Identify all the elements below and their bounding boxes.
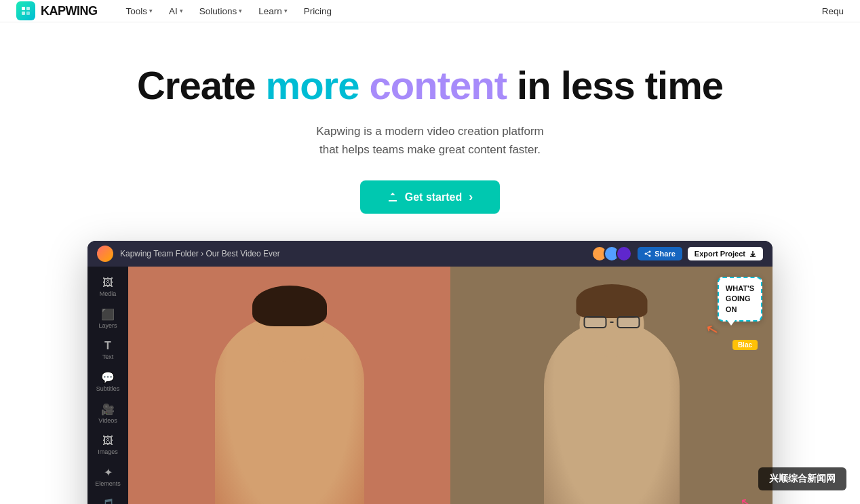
hero-subtitle-line1: Kapwing is a modern video creation platf…: [316, 125, 543, 138]
logo-icon: [16, 1, 35, 20]
logo-text: KAPWING: [41, 4, 98, 18]
layers-icon: ⬛: [101, 308, 115, 321]
export-button[interactable]: Export Project: [688, 247, 763, 260]
share-button[interactable]: Share: [638, 247, 682, 260]
hero-space: [359, 63, 369, 107]
svg-rect-2: [22, 12, 25, 15]
speech-text: WHAT'SGOINGON: [726, 284, 754, 313]
nav-item-tools[interactable]: Tools ▾: [119, 3, 160, 19]
svg-line-8: [646, 254, 650, 256]
svg-rect-3: [26, 12, 30, 15]
sidebar-tool-text[interactable]: T Text: [90, 335, 125, 365]
editor-topbar-left: Kapwing Team Folder › Our Best Video Eve…: [97, 246, 280, 262]
cursor-pointer: ↖: [704, 319, 720, 340]
hero-subtitle-line2: that helps teams make great content fast…: [319, 143, 541, 156]
upload-icon: [387, 192, 398, 203]
hero-title-in: in less time: [507, 63, 723, 107]
subtitles-icon: 💬: [101, 371, 115, 384]
editor-sidebar: 🖼 Media ⬛ Layers T Text 💬 Subtitles: [87, 267, 128, 504]
images-icon: 🖼: [102, 435, 113, 447]
cta-label: Get started: [405, 191, 462, 203]
editor-topbar-right: Share Export Project: [591, 246, 763, 262]
nav-right: Requ: [822, 6, 844, 16]
sidebar-tool-videos[interactable]: 🎥 Videos: [90, 398, 125, 429]
video-left: Jack: [128, 267, 450, 504]
sidebar-media-label: Media: [100, 290, 117, 297]
svg-line-7: [646, 252, 650, 254]
sidebar-tool-elements[interactable]: ✦ Elements: [90, 461, 125, 492]
sidebar-images-label: Images: [98, 448, 118, 455]
elements-icon: ✦: [104, 466, 113, 479]
chevron-down-icon: ▾: [284, 7, 288, 14]
nav-items: Tools ▾ AI ▾ Solutions ▾ Learn ▾ Pricing: [119, 3, 822, 19]
sidebar-text-label: Text: [102, 353, 114, 360]
audio-icon: 🎵: [101, 498, 115, 504]
sidebar-subtitles-label: Subtitles: [96, 385, 120, 392]
nav-req[interactable]: Requ: [822, 6, 844, 16]
nav-item-ai[interactable]: AI ▾: [162, 3, 190, 19]
editor-wrapper-outer: Kapwing Team Folder › Our Best Video Eve…: [0, 241, 860, 504]
get-started-button[interactable]: Get started ›: [360, 180, 500, 214]
editor-topbar: Kapwing Team Folder › Our Best Video Eve…: [87, 241, 773, 267]
sidebar-tool-audio[interactable]: 🎵 Audio: [90, 493, 125, 504]
blac-label: Blac: [732, 340, 758, 350]
hero-word-more: more: [266, 63, 359, 107]
sidebar-tool-images[interactable]: 🖼 Images: [90, 430, 125, 460]
sidebar-elements-label: Elements: [95, 480, 121, 487]
navbar: KAPWING Tools ▾ AI ▾ Solutions ▾ Learn ▾…: [0, 0, 860, 22]
video-area: Jack: [128, 267, 773, 504]
nav-item-pricing[interactable]: Pricing: [297, 3, 338, 19]
nav-item-learn[interactable]: Learn ▾: [252, 3, 294, 19]
user-avatars: [591, 246, 632, 262]
videos-icon: 🎥: [101, 403, 115, 416]
sidebar-tool-media[interactable]: 🖼 Media: [90, 272, 125, 302]
share-icon: [644, 250, 651, 257]
share-label: Share: [654, 250, 676, 258]
sidebar-videos-label: Videos: [98, 417, 117, 424]
hero-subtitle: Kapwing is a modern video creation platf…: [14, 122, 846, 159]
editor-canvas: Jack: [128, 267, 773, 504]
editor-body: 🖼 Media ⬛ Layers T Text 💬 Subtitles: [87, 267, 773, 504]
user-avatar-3: [616, 246, 632, 262]
cursor-pink: ↖: [739, 494, 754, 504]
editor-container: Kapwing Team Folder › Our Best Video Eve…: [87, 241, 773, 504]
export-icon: [749, 250, 756, 257]
hero-title-create: Create: [137, 63, 266, 107]
editor-wrapper: Kapwing Team Folder › Our Best Video Eve…: [87, 241, 773, 504]
logo[interactable]: KAPWING: [16, 1, 98, 20]
speech-bubble: WHAT'SGOINGON: [718, 277, 762, 322]
chevron-down-icon: ▾: [149, 7, 153, 14]
video-right: Grace WHAT'SGOINGON ↖ Blac ↖: [450, 267, 773, 504]
watermark: 兴顺综合新闻网: [758, 467, 846, 490]
folder-avatar: [97, 246, 113, 262]
export-label: Export Project: [695, 250, 745, 258]
folder-path: Kapwing Team Folder › Our Best Video Eve…: [120, 249, 280, 258]
sidebar-tool-subtitles[interactable]: 💬 Subtitles: [90, 366, 125, 397]
hero-word-content: content: [370, 63, 507, 107]
hero-title: Create more content in less time: [14, 63, 846, 109]
chevron-down-icon: ▾: [180, 7, 183, 14]
hero-section: Create more content in less time Kapwing…: [0, 22, 860, 241]
nav-item-solutions[interactable]: Solutions ▾: [193, 3, 250, 19]
svg-rect-0: [22, 7, 25, 10]
chevron-down-icon: ▾: [239, 7, 242, 14]
sidebar-tool-layers[interactable]: ⬛ Layers: [90, 303, 125, 334]
cta-arrow: ›: [469, 190, 473, 204]
text-icon: T: [104, 340, 111, 352]
media-icon: 🖼: [102, 277, 113, 289]
sidebar-layers-label: Layers: [98, 322, 117, 329]
svg-rect-1: [26, 7, 30, 10]
